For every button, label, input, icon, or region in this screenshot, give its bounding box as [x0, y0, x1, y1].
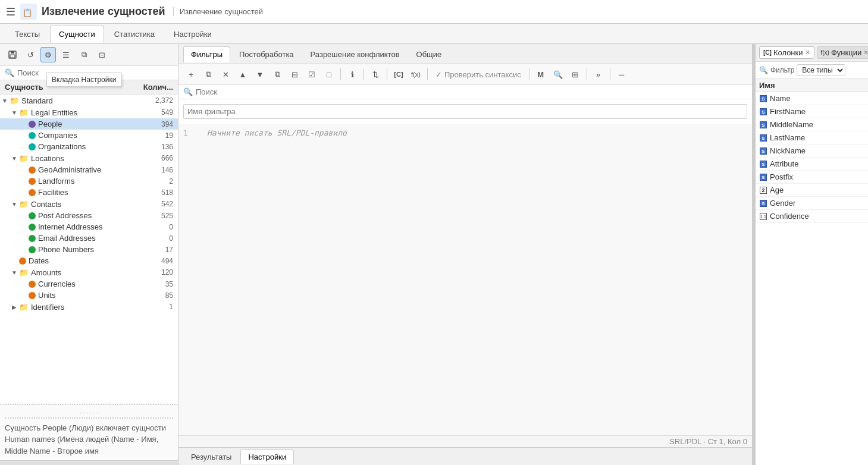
export-button[interactable]: ⊡: [94, 47, 109, 62]
list-item-lastname[interactable]: S LastName: [756, 131, 868, 144]
tree-label-people: People: [38, 120, 157, 128]
right-filter-bar: 🔍 Фильтр Все типы: [756, 62, 868, 79]
add-filter-button[interactable]: +: [183, 67, 199, 82]
copy-filter-button[interactable]: ⧉: [200, 67, 216, 82]
editor-search-input[interactable]: [196, 87, 747, 96]
list-item-nickname[interactable]: S NickName: [756, 144, 868, 158]
tree-item-legal-entities[interactable]: ▼ 📁 Legal Entities 549: [0, 106, 178, 118]
filter-name-input[interactable]: [183, 104, 747, 119]
tab-filters[interactable]: Фильтры: [183, 46, 230, 62]
list-button[interactable]: ☰: [58, 47, 74, 62]
list-item-name[interactable]: S Name: [756, 92, 868, 105]
list-item-age[interactable]: 2 Age: [756, 184, 868, 197]
folder-icon-identifiers: 📁: [19, 303, 29, 312]
tab-functions[interactable]: f(x) Функции ✕: [817, 46, 869, 59]
tree-item-amounts[interactable]: ▼ 📁 Amounts 120: [0, 266, 178, 278]
settings-button[interactable]: ⚙: [40, 47, 56, 62]
tab-statistics[interactable]: Статистика: [105, 26, 164, 42]
tree-item-facilities[interactable]: Facilities 518: [0, 187, 178, 198]
save-button[interactable]: [5, 47, 20, 62]
check-button[interactable]: ☑: [304, 67, 319, 82]
tab-bottom-settings[interactable]: Настройки: [240, 450, 294, 464]
columns-tab-icon: [C]: [763, 49, 772, 56]
verify-label: Проверить синтаксис: [444, 70, 521, 79]
tab-results[interactable]: Результаты: [183, 450, 239, 464]
right-filter-label: Фильтр: [770, 66, 794, 74]
tab-postprocessing[interactable]: Постобработка: [231, 46, 302, 62]
tab-entities[interactable]: Сущности: [50, 26, 104, 43]
tree-label-companies: Companies: [38, 131, 157, 140]
list-item-postfix[interactable]: S Postfix: [756, 171, 868, 184]
tree-item-standard[interactable]: ▼ 📁 Standard 2,372: [0, 95, 178, 106]
clone-button[interactable]: ⧉: [76, 47, 92, 62]
folder-icon-amounts: 📁: [19, 268, 29, 277]
delete-filter-button[interactable]: ✕: [218, 67, 233, 82]
tree-label-phone: Phone Numbers: [38, 245, 157, 254]
filter-name-area: [178, 99, 752, 124]
tree-count-locations: 666: [157, 154, 178, 162]
tree-item-locations[interactable]: ▼ 📁 Locations 666: [0, 152, 178, 164]
functions-tab-label: Функции: [831, 48, 861, 57]
list-item-middlename[interactable]: S MiddleName: [756, 118, 868, 131]
app-title: Извлечение сущностей: [42, 5, 165, 18]
tree-item-post-addresses[interactable]: Post Addresses 525: [0, 210, 178, 221]
tab-settings[interactable]: Настройки: [165, 26, 221, 42]
clone-button2[interactable]: ⧉: [270, 67, 285, 82]
tree-item-organizations[interactable]: Organizations 136: [0, 141, 178, 152]
tab-texts[interactable]: Тексты: [6, 26, 49, 42]
tree-item-dates[interactable]: Dates 494: [0, 255, 178, 266]
tree-item-currencies[interactable]: Currencies 35: [0, 278, 178, 290]
tree-item-phone[interactable]: Phone Numbers 17: [0, 244, 178, 255]
verify-button[interactable]: ✓ Проверить синтаксис: [431, 67, 525, 82]
columns-tab-close[interactable]: ✕: [805, 49, 810, 56]
hamburger-icon[interactable]: ☰: [6, 5, 15, 18]
tree-item-people[interactable]: People 394: [0, 118, 178, 130]
tree-count-standard: 2,372: [155, 96, 178, 105]
list-item-attribute[interactable]: S Attribute: [756, 158, 868, 171]
tree-item-units[interactable]: Units 85: [0, 290, 178, 301]
tab-columns[interactable]: [C] Колонки ✕: [759, 46, 814, 59]
tree-item-landforms[interactable]: Landforms 2: [0, 175, 178, 187]
tree-item-geo[interactable]: GeoAdministrative 146: [0, 164, 178, 175]
tree-item-contacts[interactable]: ▼ 📁 Contacts 542: [0, 198, 178, 210]
collapse-button[interactable]: ─: [614, 67, 629, 82]
dot-companies: [29, 132, 36, 139]
tree-item-companies[interactable]: Companies 19: [0, 130, 178, 141]
list-item-gender[interactable]: S Gender: [756, 197, 868, 210]
refresh-button[interactable]: ↺: [23, 47, 38, 62]
right-filter-select[interactable]: Все типы: [797, 64, 845, 76]
c-button[interactable]: [C]: [391, 67, 406, 82]
fx-button[interactable]: f(x): [408, 67, 424, 82]
square-button[interactable]: □: [321, 67, 337, 82]
tree-count-identifiers: 1: [157, 303, 178, 311]
main-tabs-bar: Тексты Сущности Статистика Настройки: [0, 24, 868, 44]
tree-item-identifiers[interactable]: ▶ 📁 Identifiers 1: [0, 301, 178, 313]
editor-placeholder[interactable]: Начните писать SRL/PDL-правило: [178, 124, 752, 142]
left-scrollbar[interactable]: [0, 460, 178, 465]
move-up-button[interactable]: ▲: [235, 67, 250, 82]
functions-tab-close[interactable]: ✕: [863, 49, 868, 56]
arrow-updown-button[interactable]: ⇅: [368, 67, 383, 82]
tree-item-internet[interactable]: Internet Addresses 0: [0, 221, 178, 232]
grid-button[interactable]: ⊞: [568, 67, 583, 82]
tree-item-email[interactable]: Email Addresses 0: [0, 232, 178, 244]
icon-lastname: S: [759, 134, 767, 142]
tab-general[interactable]: Общие: [409, 46, 450, 62]
right-filter-icon: 🔍: [759, 66, 768, 74]
settings-tooltip: Вкладка Настройки: [46, 73, 121, 87]
list-item-firstname[interactable]: S FirstName: [756, 105, 868, 118]
info-button[interactable]: ℹ: [344, 67, 360, 82]
tree-count-facilities: 518: [157, 188, 178, 197]
export-filter-button[interactable]: ⊟: [287, 67, 302, 82]
center-panel: Фильтры Постобработка Разрешение конфлик…: [178, 44, 752, 465]
more-button[interactable]: »: [591, 67, 606, 82]
move-down-button[interactable]: ▼: [252, 67, 268, 82]
tab-conflict-resolution[interactable]: Разрешение конфликтов: [303, 46, 408, 62]
magnify-button[interactable]: 🔍: [550, 67, 566, 82]
tree-label-amounts: Amounts: [31, 268, 157, 277]
m-button[interactable]: M: [533, 67, 549, 82]
folder-icon-legal: 📁: [19, 108, 29, 117]
left-panel: ↺ ⚙ ☰ ⧉ ⊡ Вкладка Настройки 🔍 Сущность: [0, 44, 178, 465]
list-item-confidence[interactable]: 1.1 Confidence: [756, 210, 868, 223]
tree-label-landforms: Landforms: [38, 177, 157, 186]
